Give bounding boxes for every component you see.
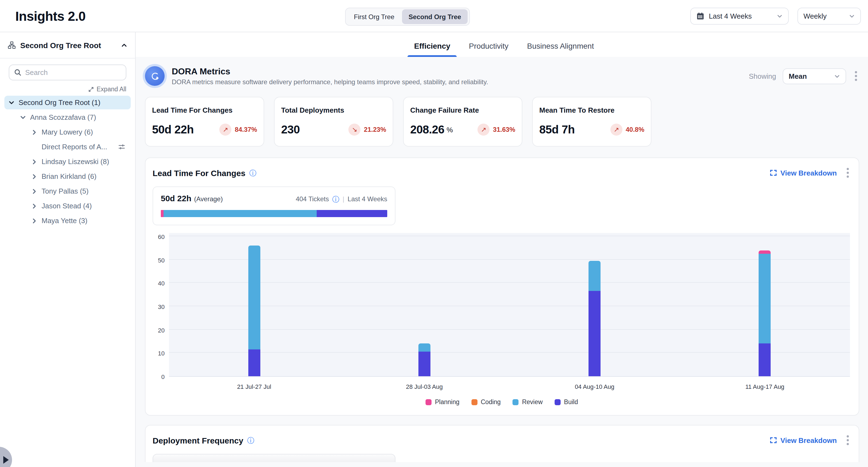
legend-item-planning[interactable]: Planning xyxy=(426,399,459,405)
org-tree-toggle[interactable]: First Org TreeSecond Org Tree xyxy=(345,8,470,26)
metric-card-unit: % xyxy=(446,125,453,134)
chevron-right-icon xyxy=(3,456,9,464)
sidebar: Second Org Tree Root Expand All xyxy=(0,32,136,467)
tree-item-label: Maya Yette (3) xyxy=(41,217,88,225)
view-breakdown-button[interactable]: View Breakdown xyxy=(770,169,837,177)
info-icon[interactable]: ⓘ xyxy=(249,169,256,176)
date-range-value: Last 4 Weeks xyxy=(709,12,752,20)
bar-segment-planning xyxy=(759,250,771,254)
kebab-menu-icon[interactable] xyxy=(853,69,859,83)
bar-slot xyxy=(509,233,680,376)
kebab-menu-icon[interactable] xyxy=(844,433,851,447)
content: DORA Metrics DORA metrics measure softwa… xyxy=(136,57,868,467)
expand-all-button[interactable]: Expand All xyxy=(88,86,126,92)
trend-up-icon: ↗ xyxy=(610,124,622,135)
org-toggle-option-second-org-tree[interactable]: Second Org Tree xyxy=(402,9,468,24)
expand-corners-icon xyxy=(770,169,777,176)
tree-item-label: Anna Scozzafava (7) xyxy=(30,113,96,121)
metric-card-title: Lead Time For Changes xyxy=(152,106,257,114)
tree-item-label: Tony Pallas (5) xyxy=(41,187,89,195)
info-icon[interactable]: ⓘ xyxy=(247,437,254,444)
summary-tickets: 404 Tickets xyxy=(296,195,329,203)
legend-swatch xyxy=(471,399,477,405)
tree-item[interactable]: Second Org Tree Root (1) xyxy=(4,96,131,110)
tree-item[interactable]: Lindsay Liszewski (8) xyxy=(4,155,131,168)
legend-item-coding[interactable]: Coding xyxy=(471,399,501,405)
tree-item[interactable]: Maya Yette (3) xyxy=(4,214,131,227)
trend-badge: ↗84.37% xyxy=(220,124,257,135)
tab-business-alignment[interactable]: Business Alignment xyxy=(527,41,594,57)
trend-value: 40.8% xyxy=(626,126,644,133)
chevron-up-icon[interactable] xyxy=(121,42,127,49)
tree-item[interactable]: Anna Scozzafava (7) xyxy=(4,111,131,124)
tree-item-label: Direct Reports of A... xyxy=(41,143,107,151)
chevron-right-icon[interactable] xyxy=(31,173,38,180)
y-axis-labels: 0102030405060 xyxy=(154,233,169,377)
deployment-frequency-section: Deployment Frequency ⓘ View Breakdown xyxy=(145,425,859,462)
search-input[interactable] xyxy=(25,68,121,76)
showing-select[interactable]: Mean xyxy=(783,68,846,84)
date-range-select[interactable]: Last 4 Weeks xyxy=(690,8,789,25)
y-tick-label: 60 xyxy=(158,234,165,240)
granularity-select[interactable]: Weekly xyxy=(798,8,861,25)
sidebar-collapse-handle[interactable] xyxy=(0,447,12,467)
tree-item[interactable]: Jason Stead (4) xyxy=(4,199,131,213)
calendar-icon xyxy=(696,12,705,20)
y-tick-label: 10 xyxy=(158,350,165,357)
expand-corners-icon xyxy=(770,437,777,443)
dora-description: DORA metrics measure software delivery p… xyxy=(172,78,488,86)
showing-label: Showing xyxy=(749,72,776,80)
legend-label: Review xyxy=(522,399,542,405)
showing-value: Mean xyxy=(789,72,807,80)
filter-sliders-icon[interactable] xyxy=(118,143,125,150)
stacked-bar[interactable] xyxy=(418,344,430,376)
sidebar-header: Second Org Tree Root xyxy=(0,32,135,59)
chevron-right-icon[interactable] xyxy=(31,202,38,210)
granularity-value: Weekly xyxy=(803,12,827,20)
x-tick-label: 28 Jul-03 Aug xyxy=(339,377,510,390)
y-tick-label: 20 xyxy=(158,327,165,333)
search-icon xyxy=(14,69,21,76)
stacked-bar[interactable] xyxy=(248,246,260,376)
phase-segment-review xyxy=(163,210,317,217)
chevron-down-icon[interactable] xyxy=(8,99,15,106)
divider: | xyxy=(343,195,344,203)
sidebar-header-title: Second Org Tree Root xyxy=(20,41,117,50)
search-box[interactable] xyxy=(9,65,126,81)
chevron-right-icon[interactable] xyxy=(31,158,38,165)
org-toggle-option-first-org-tree[interactable]: First Org Tree xyxy=(347,9,401,24)
phase-segment-planning xyxy=(161,210,163,217)
tree-item[interactable]: Brian Kirkland (6) xyxy=(4,169,131,183)
chevron-right-icon[interactable] xyxy=(31,128,38,136)
chevron-down-icon[interactable] xyxy=(19,114,27,121)
chevron-right-icon[interactable] xyxy=(31,217,38,224)
trend-down-icon: ↘ xyxy=(349,124,361,135)
legend-label: Planning xyxy=(435,399,459,405)
chevron-right-icon[interactable] xyxy=(31,187,38,195)
chevron-down-icon xyxy=(777,13,783,19)
tree-item[interactable]: Tony Pallas (5) xyxy=(4,184,131,198)
chevron-down-icon xyxy=(834,73,840,79)
lead-time-summary-card: 50d 22h (Average) 404 Tickets ⓘ | Last 4… xyxy=(153,186,396,225)
app: Insights 2.0 First Org TreeSecond Org Tr… xyxy=(0,0,868,467)
kebab-menu-icon[interactable] xyxy=(844,166,851,180)
tree-item[interactable]: Mary Lowery (6) xyxy=(4,125,131,139)
org-tree-icon xyxy=(8,41,16,49)
stacked-bar[interactable] xyxy=(589,261,600,376)
bar-segment-review xyxy=(418,344,430,352)
x-tick-label: 04 Aug-10 Aug xyxy=(509,377,680,390)
metric-card: Total Deployments230↘21.23% xyxy=(274,97,393,147)
metric-card-value: 208.26 xyxy=(410,123,444,136)
tree-item[interactable]: Direct Reports of A... xyxy=(4,140,131,154)
view-breakdown-button[interactable]: View Breakdown xyxy=(770,436,837,444)
legend-item-build[interactable]: Build xyxy=(555,399,578,405)
stacked-bar[interactable] xyxy=(759,250,771,376)
tab-productivity[interactable]: Productivity xyxy=(469,41,509,57)
chart-legend: PlanningCodingReviewBuild xyxy=(154,390,850,410)
tab-efficiency[interactable]: Efficiency xyxy=(414,41,450,57)
info-icon[interactable]: ⓘ xyxy=(332,195,339,203)
main-area: EfficiencyProductivityBusiness Alignment… xyxy=(136,32,868,467)
legend-item-review[interactable]: Review xyxy=(513,399,542,405)
metric-card: Lead Time For Changes50d 22h↗84.37% xyxy=(145,97,264,147)
bar-slot xyxy=(339,233,510,376)
